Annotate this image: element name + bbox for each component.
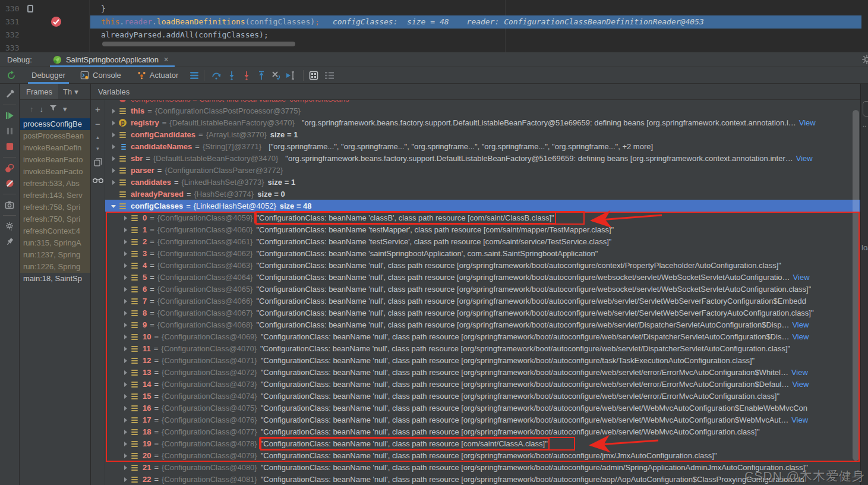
view-link[interactable]: View [792,380,809,389]
config-class-row[interactable]: 0 = {ConfigurationClass@4059} "Configura… [105,212,860,223]
chevron-right-icon[interactable] [121,320,130,329]
pause-button[interactable] [5,126,15,136]
config-class-row[interactable]: 12 = {ConfigurationClass@4071} "Configur… [105,354,860,366]
config-class-row[interactable]: 15 = {ConfigurationClass@4074} "Configur… [105,390,860,402]
frame-row[interactable]: processConfigBe [20,118,90,130]
frame-row[interactable]: refresh:143, Serv [20,190,90,201]
wrench-icon[interactable] [5,89,15,99]
chevron-right-icon[interactable] [109,130,118,139]
variable-row-error[interactable]: componentScans = Cannot find local varia… [105,100,860,105]
config-class-row[interactable]: 10 = {ConfigurationClass@4069} "Configur… [105,330,860,342]
chevron-right-icon[interactable] [121,415,130,424]
layout-settings-icon[interactable] [324,70,334,80]
evaluate-expression-icon[interactable] [308,70,318,80]
chevron-right-icon[interactable] [109,190,118,199]
view-link[interactable]: View [793,273,810,282]
drop-frame-button[interactable] [271,70,281,80]
chevron-right-icon[interactable] [109,154,118,163]
chevron-right-icon[interactable] [121,463,130,472]
frame-row[interactable]: invokeBeanFacto [20,166,90,178]
frame-row[interactable]: run:1226, Spring [20,261,90,273]
chevron-right-icon[interactable] [109,106,118,115]
chevron-right-icon[interactable] [121,225,130,234]
show-watches-glasses-icon[interactable] [93,175,103,186]
variable-row[interactable]: p registry = {DefaultListableBeanFactory… [105,116,860,128]
chevron-right-icon[interactable] [121,237,130,246]
chevron-right-icon[interactable] [121,249,130,258]
config-class-row[interactable]: 7 = {ConfigurationClass@4066} "Configura… [105,295,860,307]
chevron-right-icon[interactable] [121,392,130,401]
close-icon[interactable]: ✕ [163,56,169,64]
config-class-row[interactable]: 17 = {ConfigurationClass@4076} "Configur… [105,414,860,426]
view-breakpoints-icon[interactable] [5,163,15,173]
view-link[interactable]: View [796,154,813,163]
chevron-right-icon[interactable] [121,332,130,341]
config-class-row[interactable]: 11 = {ConfigurationClass@4070} "Configur… [105,342,860,354]
chevron-right-icon[interactable] [121,380,130,389]
chevron-right-icon[interactable] [121,297,130,306]
settings-gear-icon[interactable] [5,221,15,231]
code-text[interactable]: this.reader.loadBeanDefinitions(configCl… [101,15,704,29]
config-class-row[interactable]: 16 = {ConfigurationClass@4075} "Configur… [105,402,860,414]
pin-icon[interactable] [5,237,15,247]
variables-vertical-scrollbar[interactable] [853,110,859,461]
chevron-right-icon[interactable] [121,356,130,365]
step-into-button[interactable] [226,70,236,80]
chevron-right-icon[interactable] [121,427,130,436]
step-over-button[interactable] [212,70,222,80]
add-watch-button[interactable]: + [95,104,100,114]
variable-row[interactable]: alreadyParsed = {HashSet@3774} size = 0 … [105,188,860,200]
code-text[interactable]: } [101,2,106,15]
tab-debugger[interactable]: Debugger [28,67,69,84]
editor-horizontal-scrollbar[interactable] [102,42,295,46]
chevron-right-icon[interactable] [121,261,130,270]
stop-button[interactable] [5,141,15,152]
frame-row[interactable]: refresh:533, Abs [20,178,90,190]
variable-row[interactable]: candidates = {LinkedHashSet@3773} size =… [105,176,860,188]
more-tabs-icon[interactable] [189,70,199,80]
mute-breakpoints-icon[interactable] [5,178,15,188]
chevron-right-icon[interactable] [109,201,118,210]
chevron-right-icon[interactable] [121,475,130,484]
breakpoint-icon[interactable] [51,17,61,27]
config-class-row[interactable]: 1 = {ConfigurationClass@4060} "Configura… [105,223,860,235]
tab-variables[interactable]: Variables [98,87,130,96]
view-link[interactable]: View [791,368,808,377]
frame-row[interactable]: invokeBeanDefin [20,142,90,154]
frame-row[interactable]: refresh:750, Spri [20,213,90,225]
editor-line-331-current[interactable]: 331 this.reader.loadBeanDefinitions(conf… [0,15,868,29]
remove-watch-button[interactable]: − [95,119,100,129]
variable-row[interactable]: this = {ConfigurationClassPostProcessor@… [105,105,860,116]
code-editor[interactable]: 330 } 331 this.reader.loadBeanDefinition… [0,0,868,52]
chevron-right-icon[interactable] [109,178,118,187]
config-class-row[interactable]: 3 = {ConfigurationClass@4062} "Configura… [105,247,860,259]
config-class-row[interactable]: 13 = {ConfigurationClass@4072} "Configur… [105,366,860,378]
variable-row[interactable]: sbr = {DefaultListableBeanFactory@3470} … [105,152,860,164]
tab-actuator[interactable]: Actuator [133,67,182,84]
editor-line-330[interactable]: 330 } [0,2,868,15]
view-link[interactable]: View [792,332,809,341]
next-frame-button[interactable]: ↓ [40,105,44,114]
chevron-right-icon[interactable] [121,308,130,317]
config-class-row[interactable]: 18 = {ConfigurationClass@4077} "Configur… [105,426,860,437]
code-text[interactable]: alreadyParsed.addAll(configClasses); [101,29,269,42]
view-link[interactable]: View [799,118,816,127]
chevron-right-icon[interactable] [121,451,130,460]
debug-session-tab[interactable]: SaintSpringbootApplication ✕ [50,52,175,67]
variable-row[interactable]: parser = {ConfigurationClassParser@3772}… [105,164,860,176]
editor-line-332[interactable]: 332 alreadyParsed.addAll(configClasses); [0,29,868,42]
prev-frame-button[interactable]: ↑ [30,105,34,114]
chevron-right-icon[interactable] [121,273,130,282]
config-class-row[interactable]: 2 = {ConfigurationClass@4061} "Configura… [105,235,860,247]
variable-row[interactable]: configCandidates = {ArrayList@3770} size… [105,128,860,140]
tab-console[interactable]: Console [76,67,125,84]
variable-row[interactable]: configClasses = {LinkedHashSet@4052} siz… [105,200,860,212]
config-class-row[interactable]: 9 = {ConfigurationClass@4068} "Configura… [105,319,860,330]
frame-row[interactable]: postProcessBean [20,130,90,142]
view-link[interactable]: View [791,415,808,424]
duplicate-watch-icon[interactable] [94,158,102,169]
frame-row[interactable]: refreshContext:4 [20,225,90,237]
frames-menu-chevron[interactable]: ▾ [63,105,67,114]
frame-row[interactable]: run:1237, Spring [20,249,90,261]
chevron-right-icon[interactable] [121,285,130,294]
